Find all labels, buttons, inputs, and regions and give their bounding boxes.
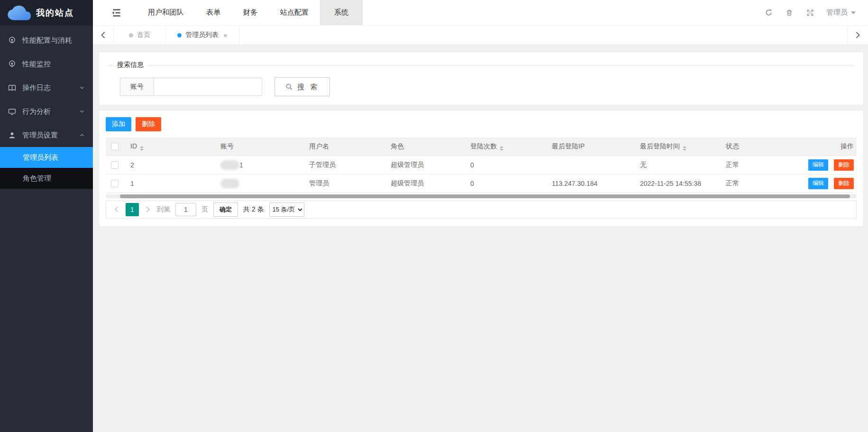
site-title: 我的站点 <box>36 7 74 18</box>
chevron-down-icon <box>79 108 85 115</box>
masked-account <box>220 179 239 188</box>
nav-item-system[interactable]: 系统 <box>320 0 363 25</box>
confirm-page-button[interactable]: 确定 <box>213 202 238 217</box>
trash-button[interactable] <box>779 0 800 26</box>
sidebar-item-performance-config[interactable]: 性能配置与消耗 <box>0 28 93 52</box>
nav-item-site-config[interactable]: 站点配置 <box>269 0 320 25</box>
add-button[interactable]: 添加 <box>106 117 131 131</box>
page-1-button[interactable]: 1 <box>126 203 139 216</box>
main-area: 用户和团队 表单 财务 站点配置 系统 <box>93 0 868 432</box>
goto-prefix-label: 到第 <box>157 205 170 214</box>
sidebar-subitem-role-management[interactable]: 角色管理 <box>0 168 93 189</box>
goto-page-input[interactable] <box>175 203 196 216</box>
delete-row-button[interactable]: 删除 <box>834 159 854 171</box>
tab-label: 首页 <box>137 31 150 39</box>
nav-item-label: 财务 <box>243 8 257 17</box>
cell-id: 1 <box>124 174 214 193</box>
refresh-button[interactable] <box>758 0 779 26</box>
cell-login-count: 0 <box>464 156 545 174</box>
cell-role: 超级管理员 <box>384 174 464 193</box>
sidebar-menu: 性能配置与消耗 性能监控 操作日志 <box>0 26 93 189</box>
delete-button[interactable]: 删除 <box>136 117 161 131</box>
caret-down-icon <box>851 11 856 14</box>
column-header-role: 角色 <box>391 142 404 150</box>
tab-dot <box>177 33 182 37</box>
cell-id: 2 <box>124 156 214 174</box>
tab-admin-list[interactable]: 管理员列表 × <box>166 26 239 45</box>
tab-scroll-left-button[interactable] <box>93 26 114 45</box>
table-header-row: ID 账号 用户名 角色 登陆次数 最后登陆IP 最后登陆时间 状态 操作 <box>106 138 857 156</box>
user-menu[interactable]: 管理员 <box>826 8 856 17</box>
horizontal-scrollbar[interactable] <box>106 194 857 198</box>
nav-item-forms[interactable]: 表单 <box>195 0 232 25</box>
cell-status: 正常 <box>719 174 786 193</box>
collapse-menu-icon[interactable] <box>110 7 122 19</box>
cell-username: 管理员 <box>302 174 384 193</box>
edit-row-button[interactable]: 编辑 <box>808 159 828 171</box>
tab-scroll-right-button[interactable] <box>847 26 868 45</box>
account-input[interactable] <box>154 78 262 96</box>
logo: 我的站点 <box>0 0 93 26</box>
user-name: 管理员 <box>826 8 848 17</box>
sort-icon[interactable] <box>500 146 503 151</box>
sidebar-item-label: 性能监控 <box>22 60 85 69</box>
cell-login-count: 0 <box>464 174 545 193</box>
row-checkbox[interactable] <box>111 161 119 169</box>
delete-row-button[interactable]: 删除 <box>834 178 854 189</box>
prev-page-button[interactable] <box>113 206 120 213</box>
nav-item-label: 用户和团队 <box>148 8 183 17</box>
tab-home[interactable]: 首页 <box>114 26 166 45</box>
sidebar-item-label: 性能配置与消耗 <box>22 36 85 45</box>
goto-suffix-label: 页 <box>201 205 208 214</box>
fullscreen-button[interactable] <box>800 0 821 26</box>
magnifier-icon <box>285 83 293 91</box>
column-header-username: 用户名 <box>309 142 329 150</box>
sidebar-item-operation-log[interactable]: 操作日志 <box>0 76 93 100</box>
sidebar-item-performance-monitor[interactable]: 性能监控 <box>0 52 93 76</box>
total-count-label: 共 2 条 <box>243 205 264 214</box>
navbar-right: 管理员 <box>758 0 868 26</box>
user-icon <box>8 131 16 139</box>
sidebar-item-behavior-analysis[interactable]: 行为分析 <box>0 100 93 123</box>
cell-last-ip: 113.247.30.184 <box>545 174 633 193</box>
search-button[interactable]: 搜 索 <box>274 77 330 96</box>
cell-account <box>214 174 302 193</box>
trash-icon <box>786 9 793 17</box>
edit-row-button[interactable]: 编辑 <box>808 178 828 189</box>
row-checkbox[interactable] <box>111 180 119 187</box>
cloud-icon <box>7 5 31 21</box>
close-tab-icon[interactable]: × <box>223 31 228 39</box>
nav-item-finance[interactable]: 财务 <box>232 0 269 25</box>
search-button-label: 搜 索 <box>297 83 319 92</box>
column-header-status: 状态 <box>726 142 739 150</box>
app-root: 我的站点 性能配置与消耗 性能监控 <box>0 0 868 432</box>
sidebar-subitem-admin-list[interactable]: 管理员列表 <box>0 147 93 168</box>
select-all-checkbox[interactable] <box>111 143 119 150</box>
sidebar-submenu: 管理员列表 角色管理 <box>0 147 93 189</box>
table-toolbar: 添加 删除 <box>106 117 857 131</box>
sidebar-subitem-label: 管理员列表 <box>23 153 58 162</box>
search-panel: 搜索信息 账号 搜 索 <box>99 52 864 105</box>
cell-last-time: 无 <box>633 156 719 174</box>
tab-dot <box>129 33 133 37</box>
column-header-id: ID <box>130 142 137 150</box>
chevron-left-icon <box>101 32 105 38</box>
tabs-bar: 首页 管理员列表 × <box>93 26 868 45</box>
sidebar-item-admin-settings[interactable]: 管理员设置 <box>0 123 93 147</box>
chevron-down-icon <box>79 84 85 91</box>
nav-item-users-teams[interactable]: 用户和团队 <box>137 0 195 25</box>
next-page-button[interactable] <box>144 206 152 213</box>
sort-icon[interactable] <box>140 146 144 151</box>
refresh-icon <box>765 9 773 17</box>
top-navbar: 用户和团队 表单 财务 站点配置 系统 <box>93 0 868 26</box>
sort-icon[interactable] <box>683 146 686 151</box>
search-fieldset: 搜索信息 账号 搜 索 <box>109 61 854 97</box>
cell-status: 正常 <box>719 156 786 174</box>
scrollbar-thumb[interactable] <box>120 194 850 198</box>
top-nav-items: 用户和团队 表单 财务 站点配置 系统 <box>137 0 363 25</box>
per-page-select[interactable]: 15 条/页 <box>269 202 304 217</box>
table-panel: 添加 删除 ID 账号 用户名 角色 <box>99 110 864 227</box>
account-label: 账号 <box>120 78 154 96</box>
cell-last-ip <box>545 156 633 174</box>
nav-item-label: 表单 <box>206 8 220 17</box>
